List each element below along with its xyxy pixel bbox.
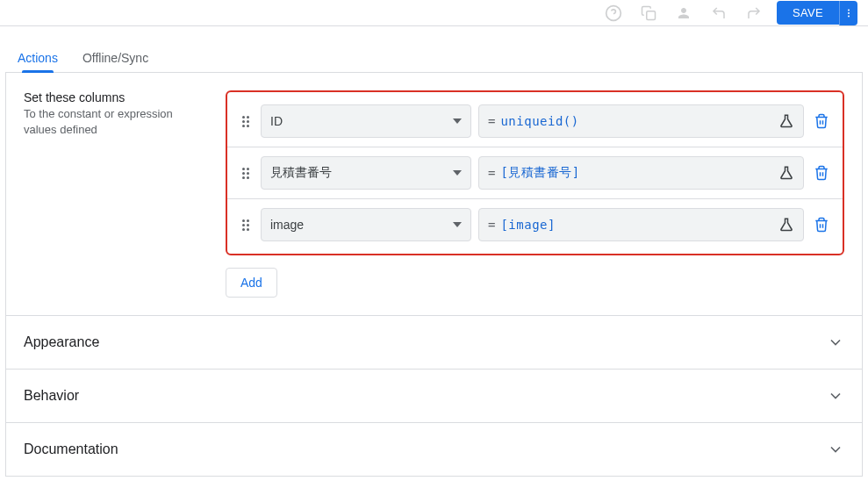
equals-sign: =	[488, 114, 495, 128]
person-icon[interactable]	[675, 4, 692, 22]
svg-point-4	[848, 12, 850, 14]
column-name: image	[270, 218, 304, 232]
expression-text: uniqueid()	[500, 114, 578, 128]
help-icon[interactable]	[605, 4, 622, 22]
equals-sign: =	[488, 166, 495, 180]
delete-button[interactable]	[811, 111, 832, 132]
drag-handle-icon[interactable]	[238, 113, 254, 129]
topbar-icons	[605, 4, 763, 22]
column-select[interactable]: ID	[261, 104, 471, 138]
svg-point-3	[848, 9, 850, 11]
drag-handle-icon[interactable]	[238, 217, 254, 233]
tab-actions[interactable]: Actions	[18, 44, 58, 72]
flask-icon[interactable]	[778, 165, 794, 181]
drag-handle-icon[interactable]	[238, 165, 254, 181]
set-columns-section: Set these columns To the constant or exp…	[6, 73, 862, 316]
svg-point-5	[848, 15, 850, 17]
save-more-button[interactable]	[839, 1, 857, 25]
save-button-group: SAVE	[777, 1, 857, 25]
behavior-section[interactable]: Behavior	[6, 370, 862, 423]
tabs: Actions Offline/Sync	[0, 26, 868, 72]
expression-input[interactable]: = [image]	[478, 208, 804, 241]
chevron-down-icon	[827, 441, 844, 458]
expression-input[interactable]: = uniqueid()	[478, 104, 804, 138]
chevron-down-icon	[453, 118, 462, 124]
chevron-down-icon	[827, 334, 844, 351]
add-button[interactable]: Add	[226, 268, 277, 298]
section-desc: To the constant or expression values def…	[24, 106, 208, 138]
documentation-section[interactable]: Documentation	[6, 423, 862, 476]
redo-icon[interactable]	[745, 4, 763, 22]
flask-icon[interactable]	[778, 217, 794, 233]
column-row: image = [image]	[227, 199, 843, 250]
column-select[interactable]: image	[261, 208, 471, 241]
section-label: Set these columns To the constant or exp…	[24, 90, 226, 298]
delete-button[interactable]	[811, 162, 832, 183]
expression-input[interactable]: = [見積書番号]	[478, 156, 804, 190]
content-panel: Set these columns To the constant or exp…	[5, 72, 863, 477]
column-row: ID = uniqueid()	[227, 96, 843, 147]
chevron-down-icon	[453, 222, 462, 227]
delete-button[interactable]	[811, 214, 832, 235]
chevron-down-icon	[453, 170, 462, 176]
equals-sign: =	[488, 218, 495, 232]
chevron-down-icon	[827, 387, 844, 405]
section-title: Set these columns	[24, 90, 208, 104]
column-row: 見積書番号 = [見積書番号]	[227, 147, 843, 199]
flask-icon[interactable]	[778, 113, 794, 129]
svg-rect-2	[647, 11, 656, 19]
tab-offline-sync[interactable]: Offline/Sync	[82, 44, 148, 72]
column-name: ID	[270, 114, 283, 128]
expression-text: [image]	[500, 218, 556, 232]
column-select[interactable]: 見積書番号	[261, 156, 471, 190]
undo-icon[interactable]	[710, 4, 728, 22]
column-rows-box: ID = uniqueid()	[226, 90, 844, 255]
column-name: 見積書番号	[270, 165, 332, 181]
expression-text: [見積書番号]	[500, 165, 579, 181]
section-title: Documentation	[24, 441, 118, 457]
copy-icon[interactable]	[640, 4, 657, 22]
section-title: Appearance	[24, 334, 99, 350]
appearance-section[interactable]: Appearance	[6, 316, 862, 370]
section-title: Behavior	[24, 388, 79, 404]
topbar: SAVE	[0, 0, 868, 26]
section-body: ID = uniqueid()	[226, 90, 844, 298]
save-button[interactable]: SAVE	[777, 1, 839, 25]
